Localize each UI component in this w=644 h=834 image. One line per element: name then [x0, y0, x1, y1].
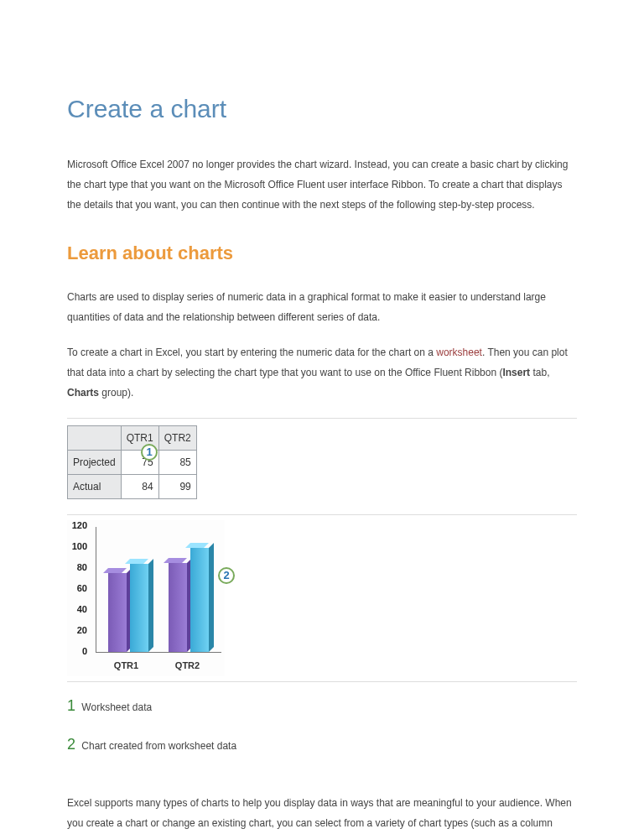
legend-item-2: 2 Chart created from worksheet data: [67, 729, 577, 759]
legend-num-1: 1: [67, 697, 75, 714]
row-label-projected: Projected: [68, 451, 122, 475]
y-tick-60: 60: [77, 579, 87, 597]
col-header-qtr2: QTR2: [158, 426, 196, 451]
x-label-qtr2: QTR2: [157, 656, 218, 675]
bold-charts: Charts: [67, 387, 99, 399]
closing-paragraph: Excel supports many types of charts to h…: [67, 793, 577, 834]
bar-projected-qtr1: [108, 573, 130, 652]
legend-text-1: Worksheet data: [81, 701, 152, 713]
figure-rule-mid: [67, 514, 577, 515]
y-tick-100: 100: [72, 537, 87, 555]
bar-actual-qtr1: [130, 564, 152, 652]
y-tick-0: 0: [82, 642, 87, 660]
bar-actual-qtr2: [190, 548, 212, 652]
worksheet-table: QTR1 QTR2 Projected 75 85 Actual 84 99: [67, 425, 197, 499]
worksheet-link[interactable]: worksheet: [436, 347, 482, 358]
callout-1-icon: 1: [141, 444, 158, 461]
p2d: group).: [99, 387, 133, 399]
y-tick-120: 120: [72, 516, 87, 534]
page-title: Create a chart: [67, 84, 577, 134]
table-row: Projected 75 85: [68, 451, 197, 475]
legend-num-2: 2: [67, 736, 75, 753]
section1-p2: To create a chart in Excel, you start by…: [67, 342, 577, 403]
table-header-row: QTR1 QTR2: [68, 426, 197, 451]
corner-cell: [68, 426, 122, 451]
figure-block: QTR1 QTR2 Projected 75 85 Actual 84 99 1: [67, 418, 577, 759]
figure-rule-bottom: [67, 681, 577, 682]
p2a: To create a chart in Excel, you start by…: [67, 347, 436, 358]
x-axis-labels: QTR1 QTR2: [96, 653, 221, 675]
section1-p1: Charts are used to display series of num…: [67, 287, 577, 327]
row-label-actual: Actual: [68, 475, 122, 499]
bold-insert: Insert: [502, 367, 530, 378]
intro-paragraph: Microsoft Office Excel 2007 no longer pr…: [67, 154, 577, 215]
legend-item-1: 1 Worksheet data: [67, 691, 577, 721]
x-label-qtr1: QTR1: [96, 656, 157, 675]
chart-figure: 2 120 100 80 60 40 20 0 QTR1 QTR2: [67, 520, 225, 676]
table-row: Actual 84 99: [68, 475, 197, 499]
y-tick-20: 20: [77, 621, 87, 639]
y-axis-ticks: 120 100 80 60 40 20 0: [67, 525, 89, 651]
chart-plot-area: [96, 527, 221, 653]
legend-text-2: Chart created from worksheet data: [81, 740, 236, 752]
cell-actual-qtr1: 84: [121, 475, 158, 499]
cell-actual-qtr2: 99: [158, 475, 196, 499]
cell-projected-qtr2: 85: [158, 451, 196, 475]
bar-projected-qtr2: [169, 563, 190, 652]
y-tick-40: 40: [77, 600, 87, 618]
section-heading-learn: Learn about charts: [67, 235, 577, 272]
figure-rule-top: [67, 418, 577, 419]
worksheet-table-wrap: QTR1 QTR2 Projected 75 85 Actual 84 99 1: [67, 424, 197, 503]
p2c: tab,: [530, 367, 549, 378]
y-tick-80: 80: [77, 558, 87, 576]
